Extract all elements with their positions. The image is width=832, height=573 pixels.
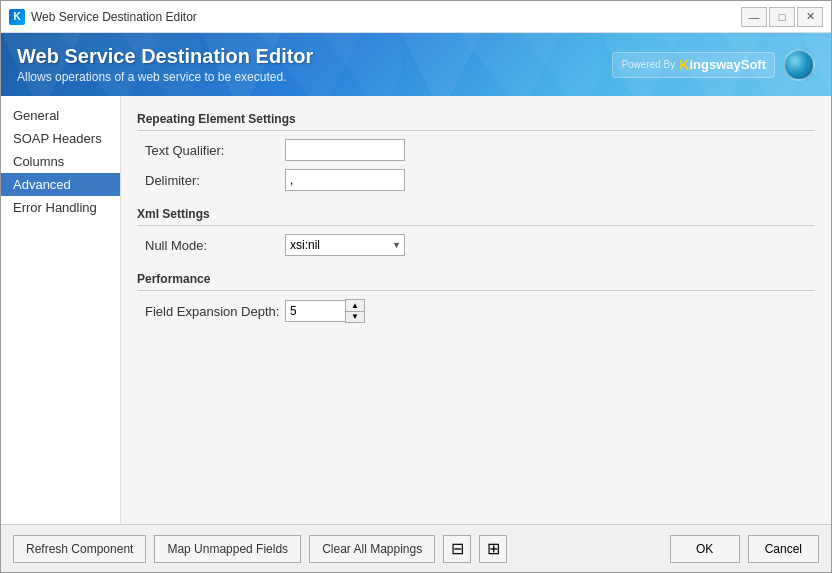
performance-title: Performance [137, 272, 815, 291]
null-mode-label: Null Mode: [145, 238, 285, 253]
logo-k: K [679, 57, 689, 73]
sidebar-item-columns[interactable]: Columns [1, 150, 120, 173]
header: Web Service Destination Editor Allows op… [1, 33, 831, 96]
delimiter-row: Delimiter: [137, 169, 815, 191]
app-icon: K [9, 9, 25, 25]
icon-button-2[interactable]: ⊞ [479, 535, 507, 563]
performance-section: Performance Field Expansion Depth: ▲ ▼ [137, 272, 815, 323]
maximize-button[interactable]: □ [769, 7, 795, 27]
sidebar-item-advanced[interactable]: Advanced [1, 173, 120, 196]
grid-icon: ⊟ [451, 539, 464, 558]
text-qualifier-input[interactable] [285, 139, 405, 161]
repeating-element-title: Repeating Element Settings [137, 112, 815, 131]
ok-button[interactable]: OK [670, 535, 740, 563]
clear-all-mappings-button[interactable]: Clear All Mappings [309, 535, 435, 563]
spinner-controls: ▲ ▼ [345, 299, 365, 323]
spinner-up-button[interactable]: ▲ [346, 300, 364, 311]
kingsway-logo: Powered By K ingswaySoft [612, 52, 775, 78]
null-mode-select-wrapper: xsi:nil empty omit [285, 234, 405, 256]
title-bar: K Web Service Destination Editor — □ ✕ [1, 1, 831, 33]
map-unmapped-fields-button[interactable]: Map Unmapped Fields [154, 535, 301, 563]
sidebar: General SOAP Headers Columns Advanced Er… [1, 96, 121, 524]
main-content: General SOAP Headers Columns Advanced Er… [1, 96, 831, 524]
icon-button-1[interactable]: ⊟ [443, 535, 471, 563]
sidebar-item-error-handling[interactable]: Error Handling [1, 196, 120, 219]
field-expansion-label: Field Expansion Depth: [145, 304, 285, 319]
window-controls: — □ ✕ [741, 7, 823, 27]
spinner-down-button[interactable]: ▼ [346, 311, 364, 322]
footer: Refresh Component Map Unmapped Fields Cl… [1, 524, 831, 572]
field-expansion-spinner: ▲ ▼ [285, 299, 365, 323]
field-expansion-input[interactable] [285, 300, 345, 322]
xml-settings-section: Xml Settings Null Mode: xsi:nil empty om… [137, 207, 815, 256]
header-title: Web Service Destination Editor [17, 45, 313, 68]
cancel-button[interactable]: Cancel [748, 535, 819, 563]
delimiter-input[interactable] [285, 169, 405, 191]
close-button[interactable]: ✕ [797, 7, 823, 27]
delimiter-label: Delimiter: [145, 173, 285, 188]
table-icon: ⊞ [487, 539, 500, 558]
text-qualifier-label: Text Qualifier: [145, 143, 285, 158]
sidebar-item-soap-headers[interactable]: SOAP Headers [1, 127, 120, 150]
refresh-component-button[interactable]: Refresh Component [13, 535, 146, 563]
header-subtitle: Allows operations of a web service to be… [17, 70, 313, 84]
window-title: Web Service Destination Editor [31, 10, 741, 24]
header-right: Powered By K ingswaySoft [612, 49, 815, 81]
null-mode-row: Null Mode: xsi:nil empty omit [137, 234, 815, 256]
sidebar-item-general[interactable]: General [1, 104, 120, 127]
logo-rest: ingswaySoft [689, 57, 766, 72]
xml-settings-title: Xml Settings [137, 207, 815, 226]
repeating-element-section: Repeating Element Settings Text Qualifie… [137, 112, 815, 191]
main-window: K Web Service Destination Editor — □ ✕ W… [0, 0, 832, 573]
logo-text-container: K ingswaySoft [679, 57, 766, 73]
globe-icon [783, 49, 815, 81]
minimize-button[interactable]: — [741, 7, 767, 27]
content-panel: Repeating Element Settings Text Qualifie… [121, 96, 831, 524]
null-mode-select[interactable]: xsi:nil empty omit [285, 234, 405, 256]
field-expansion-row: Field Expansion Depth: ▲ ▼ [137, 299, 815, 323]
header-left: Web Service Destination Editor Allows op… [17, 45, 313, 84]
text-qualifier-row: Text Qualifier: [137, 139, 815, 161]
powered-by-text: Powered By [621, 59, 675, 70]
